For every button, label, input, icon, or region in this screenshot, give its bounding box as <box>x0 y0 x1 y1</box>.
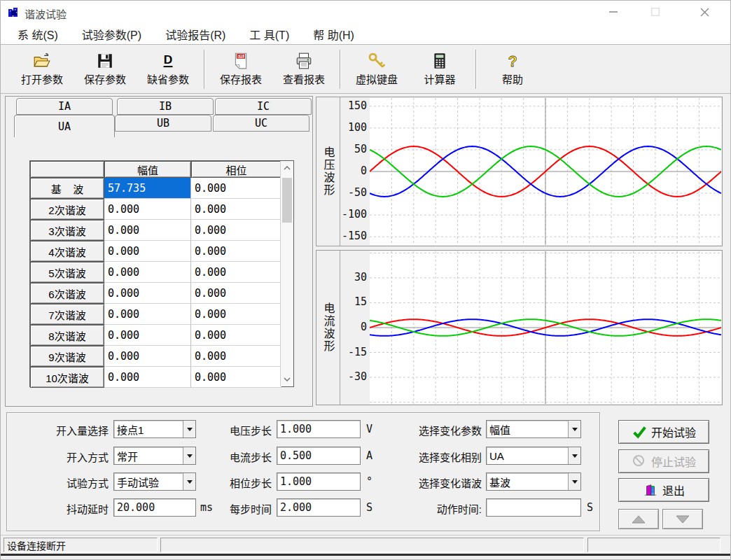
step-time-label: 每步时间 <box>217 501 272 516</box>
vary-phase-select[interactable]: UA <box>486 447 581 465</box>
menu-bar: 系 统(S)试验参数(P)试验报告(R)工 具(T)帮 助(H) <box>1 24 730 44</box>
phase-cell[interactable]: 0.000 <box>191 367 281 388</box>
tab-ic[interactable]: IC <box>215 98 312 115</box>
scroll-down-icon[interactable] <box>281 372 293 386</box>
input-mode-select[interactable]: 常开 <box>113 447 196 465</box>
amplitude-cell[interactable]: 0.000 <box>104 199 191 220</box>
save-icon <box>96 52 114 70</box>
input-select-select[interactable]: 接点1 <box>113 420 196 438</box>
phase-step-unit: ° <box>366 475 373 488</box>
phase-step-input[interactable] <box>277 472 361 491</box>
row-header-7[interactable]: 7次谐波 <box>30 304 104 325</box>
amplitude-cell[interactable]: 0.000 <box>104 304 191 325</box>
start-test-label: 开始试验 <box>651 424 696 440</box>
tab-ib[interactable]: IB <box>117 98 214 115</box>
toolbar-separator <box>340 50 341 89</box>
phase-cell[interactable]: 0.000 <box>191 178 281 199</box>
row-header-4[interactable]: 4次谐波 <box>30 241 104 262</box>
toolbar-button-label: 查看报表 <box>283 71 325 86</box>
menu-item-help[interactable]: 帮 助(H) <box>313 26 354 43</box>
phase-cell[interactable]: 0.000 <box>191 262 281 283</box>
phase-cell[interactable]: 0.000 <box>191 199 281 220</box>
vary-param-select[interactable]: 幅值 <box>486 420 581 438</box>
scroll-up-icon[interactable] <box>281 161 293 175</box>
step-down-button[interactable] <box>662 509 703 529</box>
step-time-input[interactable] <box>277 498 361 517</box>
phase-cell[interactable]: 0.000 <box>191 346 281 367</box>
phase-cell[interactable]: 0.000 <box>191 304 281 325</box>
save-report-icon: EXL <box>232 52 250 70</box>
phase-cell[interactable]: 0.000 <box>191 325 281 346</box>
amplitude-cell[interactable]: 0.000 <box>104 220 191 241</box>
y-tick-label: 100 <box>348 121 367 134</box>
phase-cell[interactable]: 0.000 <box>191 241 281 262</box>
dropdown-arrow-icon[interactable] <box>568 473 580 490</box>
table-row: 8次谐波0.0000.000 <box>30 325 281 346</box>
y-tick-label: 0 <box>361 164 367 177</box>
row-header-8[interactable]: 8次谐波 <box>30 325 104 346</box>
start-test-button[interactable]: 开始试验 <box>618 420 709 444</box>
current-step-unit: A <box>366 449 373 462</box>
amplitude-cell[interactable]: 57.735 <box>104 178 191 199</box>
vary-harmonic-select[interactable]: 基波 <box>486 472 581 491</box>
menu-item-system[interactable]: 系 统(S) <box>18 26 58 43</box>
toolbar-button-default-params[interactable]: D缺省参数 <box>137 48 200 91</box>
toolbar-button-label: 保存参数 <box>84 71 126 86</box>
dropdown-arrow-icon[interactable] <box>568 421 580 438</box>
tab-ua[interactable]: UA <box>14 115 115 137</box>
debounce-delay-input[interactable] <box>113 498 196 517</box>
current-step-input[interactable] <box>277 447 361 465</box>
step-up-button[interactable] <box>618 509 659 529</box>
row-header-10[interactable]: 10次谐波 <box>30 367 104 388</box>
exit-button[interactable]: 退出 <box>618 478 709 502</box>
toolbar-button-calculator[interactable]: 计算器 <box>408 48 471 91</box>
toolbar-button-open-folder[interactable]: 打开参数 <box>11 48 74 91</box>
tab-uc[interactable]: UC <box>213 115 309 132</box>
test-mode-select[interactable]: 手动试验 <box>113 472 196 491</box>
table-row: 2次谐波0.0000.000 <box>30 199 281 220</box>
amplitude-cell[interactable]: 0.000 <box>104 346 191 367</box>
amplitude-cell[interactable]: 0.000 <box>104 325 191 346</box>
toolbar-button-virtual-keyboard[interactable]: 虚拟键盘 <box>345 48 408 91</box>
menu-item-tools[interactable]: 工 具(T) <box>249 26 289 43</box>
exit-door-icon <box>643 482 658 498</box>
menu-item-params[interactable]: 试验参数(P) <box>82 26 141 43</box>
toolbar-button-save-report[interactable]: EXL保存报表 <box>209 48 272 91</box>
maximize-button[interactable] <box>640 1 671 23</box>
action-time-input[interactable] <box>486 498 581 517</box>
status-message-panel <box>160 538 584 552</box>
amplitude-cell[interactable]: 0.000 <box>104 262 191 283</box>
toolbar-button-help[interactable]: ?帮助 <box>481 48 544 91</box>
dropdown-arrow-icon[interactable] <box>568 447 580 464</box>
close-button[interactable] <box>689 1 720 23</box>
amplitude-cell[interactable]: 0.000 <box>104 367 191 388</box>
tab-ia[interactable]: IA <box>16 98 113 115</box>
phase-cell[interactable]: 0.000 <box>191 220 281 241</box>
amplitude-cell[interactable]: 0.000 <box>104 241 191 262</box>
table-header-blank <box>30 161 104 178</box>
exit-label: 退出 <box>662 482 685 498</box>
toolbar: 打开参数保存参数D缺省参数EXL保存报表查看报表虚拟键盘计算器?帮助 <box>1 44 730 94</box>
row-header-1[interactable]: 基 波 <box>30 178 104 199</box>
menu-item-report[interactable]: 试验报告(R) <box>165 26 225 43</box>
row-header-3[interactable]: 3次谐波 <box>30 220 104 241</box>
minimize-button[interactable] <box>598 1 629 23</box>
row-header-6[interactable]: 6次谐波 <box>30 283 104 304</box>
calculator-icon <box>431 52 449 70</box>
row-header-5[interactable]: 5次谐波 <box>30 262 104 283</box>
table-scrollbar[interactable] <box>280 161 293 386</box>
scrollbar-thumb[interactable] <box>282 178 292 223</box>
voltage-step-input[interactable] <box>277 420 361 438</box>
tab-ub[interactable]: UB <box>115 115 211 132</box>
toolbar-button-view-report[interactable]: 查看报表 <box>272 48 335 91</box>
toolbar-separator <box>204 50 205 89</box>
phase-cell[interactable]: 0.000 <box>191 283 281 304</box>
row-header-2[interactable]: 2次谐波 <box>30 199 104 220</box>
dropdown-arrow-icon[interactable] <box>183 473 195 490</box>
amplitude-cell[interactable]: 0.000 <box>104 283 191 304</box>
dropdown-arrow-icon[interactable] <box>183 447 195 464</box>
toolbar-button-save[interactable]: 保存参数 <box>74 48 137 91</box>
tab-label: UA <box>58 120 71 133</box>
dropdown-arrow-icon[interactable] <box>183 421 195 438</box>
row-header-9[interactable]: 9次谐波 <box>30 346 104 367</box>
